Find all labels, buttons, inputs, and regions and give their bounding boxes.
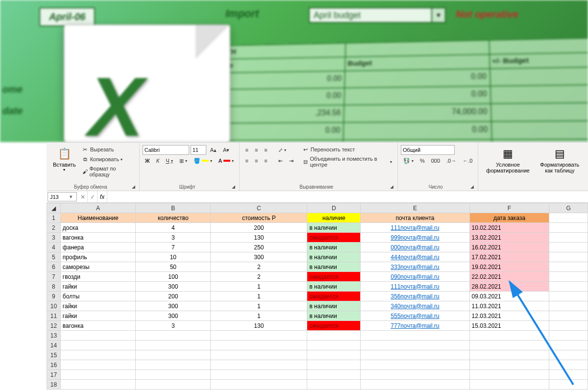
cell[interactable] (549, 243, 588, 252)
col-header-A[interactable]: A (60, 203, 135, 213)
grid-area[interactable]: ◢ A B C D E F G 1 Наименование количеств… (47, 203, 588, 392)
cell[interactable] (136, 350, 211, 360)
cell[interactable] (549, 380, 588, 390)
conditional-formatting-button[interactable]: ▦ Условное форматирование (481, 145, 534, 190)
cell[interactable]: 09.03.2021 (469, 292, 549, 301)
cell[interactable]: 17.02.2021 (469, 252, 549, 262)
cell[interactable]: 10 (136, 252, 211, 262)
col-header-C[interactable]: C (211, 203, 307, 213)
cell[interactable]: количество (136, 213, 211, 223)
cell[interactable] (549, 350, 588, 360)
cell[interactable]: 1 (211, 311, 307, 321)
cell[interactable] (136, 360, 211, 370)
cell[interactable] (549, 213, 588, 223)
cell[interactable] (211, 331, 307, 341)
decrease-decimal-button[interactable]: ←.0 (460, 156, 475, 165)
cell[interactable]: гайки (60, 301, 135, 311)
align-center-button[interactable]: ≡ (252, 156, 260, 165)
row-header[interactable]: 13 (47, 331, 61, 341)
align-top-button[interactable]: ≡ (243, 146, 250, 154)
cell[interactable] (60, 331, 135, 341)
cell[interactable] (307, 350, 361, 360)
row-header[interactable]: 10 (47, 301, 61, 311)
row-header[interactable]: 17 (47, 370, 61, 380)
dialog-launcher-icon[interactable]: ◢ (232, 184, 235, 189)
cell[interactable] (60, 360, 135, 370)
cell[interactable]: гайки (60, 282, 135, 292)
cell[interactable] (469, 341, 549, 350)
number-format-select[interactable] (401, 145, 455, 155)
cell[interactable] (361, 341, 469, 350)
cancel-formula-button[interactable]: ✕ (78, 191, 88, 202)
orientation-button[interactable]: ⤢▾ (276, 146, 289, 155)
cell[interactable] (307, 331, 361, 341)
cell[interactable] (361, 360, 469, 370)
email-link[interactable]: 356почта@mail.ru (361, 292, 469, 301)
cell[interactable] (60, 350, 135, 360)
col-header-E[interactable]: E (361, 203, 469, 213)
paste-button[interactable]: 📋 Вставить ▾ (49, 145, 79, 183)
cell[interactable]: 13.02.2021 (469, 233, 549, 243)
chevron-down-icon[interactable]: ▾ (68, 194, 74, 200)
row-header[interactable]: 16 (47, 360, 61, 370)
cell[interactable] (307, 360, 361, 370)
name-box[interactable]: J13 ▾ (48, 192, 77, 201)
cell[interactable]: ожидается (307, 272, 361, 282)
cell[interactable] (549, 331, 588, 341)
cell[interactable]: 300 (136, 301, 211, 311)
cell[interactable]: 300 (136, 282, 211, 292)
cell[interactable]: 12.03.2021 (469, 311, 549, 321)
increase-font-button[interactable]: A▴ (208, 146, 219, 155)
wrap-text-button[interactable]: ↩Переносить текст (300, 145, 394, 154)
cell[interactable] (469, 370, 549, 380)
cell[interactable] (469, 380, 549, 390)
row-header[interactable]: 3 (47, 233, 61, 243)
font-name-select[interactable] (143, 145, 189, 155)
row-header[interactable]: 9 (47, 292, 61, 301)
row-header[interactable]: 15 (47, 350, 61, 360)
cell[interactable] (211, 360, 307, 370)
select-all-corner[interactable]: ◢ (47, 203, 61, 213)
email-link[interactable]: 999почта@mail.ru (361, 233, 469, 243)
cut-button[interactable]: ✂Вырезать (79, 145, 136, 154)
cell[interactable]: 2 (211, 272, 307, 282)
cell[interactable]: Наименование (60, 213, 135, 223)
comma-button[interactable]: 000 (429, 156, 442, 165)
percent-button[interactable]: % (417, 156, 427, 165)
cell[interactable]: почта клиента (361, 213, 469, 223)
cell[interactable]: 250 (211, 243, 307, 252)
col-header-G[interactable]: G (549, 203, 588, 213)
cell[interactable]: гвозди (60, 272, 135, 282)
cell[interactable] (549, 360, 588, 370)
cell[interactable]: доска (60, 223, 135, 233)
cell[interactable]: 100 (136, 272, 211, 282)
cell[interactable]: 1 (211, 292, 307, 301)
cell[interactable] (549, 223, 588, 233)
font-color-button[interactable]: A▾ (216, 156, 237, 165)
cell[interactable] (469, 360, 549, 370)
cell[interactable]: 10.02.2021 (469, 223, 549, 233)
currency-button[interactable]: 💱▾ (401, 156, 416, 166)
cell[interactable]: 50 (136, 262, 211, 272)
cell[interactable] (361, 350, 469, 360)
format-as-table-button[interactable]: ▤ Форматировать как таблицу (535, 145, 585, 190)
cell[interactable] (549, 301, 588, 311)
email-link[interactable]: 555почта@mail.ru (361, 311, 469, 321)
email-link[interactable]: 090почта@mail.ru (361, 272, 469, 282)
dialog-launcher-icon[interactable]: ◢ (390, 184, 393, 189)
cell[interactable]: профиль (60, 252, 135, 262)
cell[interactable] (307, 341, 361, 350)
align-left-button[interactable]: ≡ (243, 156, 250, 165)
cell[interactable] (549, 292, 588, 301)
cell[interactable] (549, 282, 588, 292)
row-header[interactable]: 18 (47, 380, 61, 390)
cell[interactable]: 300 (136, 311, 211, 321)
cell[interactable] (60, 341, 135, 350)
cell[interactable]: вагонка (60, 233, 135, 243)
font-size-select[interactable] (191, 145, 206, 155)
cell[interactable] (211, 341, 307, 350)
fx-button[interactable]: fx (98, 191, 107, 202)
cell[interactable] (136, 380, 211, 390)
email-link[interactable]: 340почта@mail.ru (361, 301, 469, 311)
row-header[interactable]: 2 (47, 223, 61, 233)
